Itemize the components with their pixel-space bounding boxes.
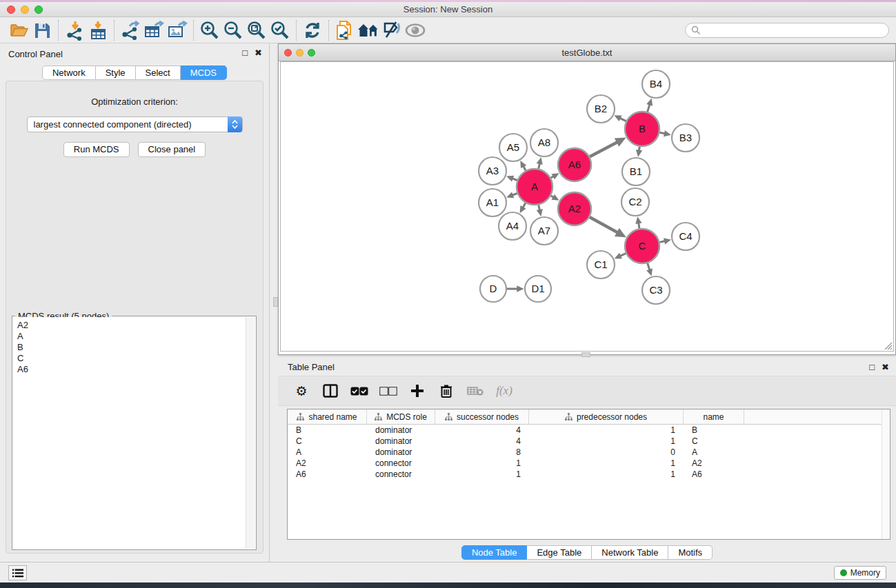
edge-B-B2[interactable]	[619, 118, 626, 121]
close-table-panel-icon[interactable]: ✖	[882, 362, 889, 372]
task-history-button[interactable]	[8, 565, 27, 580]
edge-A6-B[interactable]	[590, 142, 617, 156]
svg-text:D1: D1	[531, 283, 544, 294]
open-session-icon[interactable]	[7, 19, 30, 41]
deselect-all-icon[interactable]	[379, 381, 398, 401]
export-image-icon[interactable]	[166, 19, 189, 41]
mcds-tab-content: Optimization criterion: largest connecte…	[6, 81, 263, 554]
column-header-successor-nodes[interactable]: successor nodes	[435, 409, 529, 424]
table-row[interactable]: Adominator80A	[288, 447, 890, 458]
close-panel-icon[interactable]: ✖	[255, 48, 262, 58]
node-table[interactable]: shared nameMCDS rolesuccessor nodesprede…	[287, 409, 890, 540]
network-graph[interactable]: AA1A2A3A4A5A6A7A8BB1B2B3B4CC1C2C3C4DD1	[281, 62, 895, 352]
zoom-selected-icon[interactable]	[268, 19, 292, 41]
network-node-C2[interactable]: C2	[621, 188, 649, 216]
tab-motifs[interactable]: Motifs	[668, 545, 713, 560]
resize-grip-icon[interactable]	[883, 341, 893, 350]
result-scrollbar[interactable]	[246, 317, 255, 549]
network-node-A4[interactable]: A4	[499, 212, 526, 240]
tab-edge-table[interactable]: Edge Table	[527, 545, 592, 560]
table-row[interactable]: Cdominator41C	[288, 436, 890, 447]
run-mcds-button[interactable]: Run MCDS	[63, 142, 130, 157]
network-node-B3[interactable]: B3	[672, 124, 699, 152]
save-session-icon[interactable]	[30, 19, 54, 41]
vertical-split-handle[interactable]	[273, 297, 278, 307]
search-input[interactable]	[701, 26, 883, 35]
settings-gear-icon[interactable]: ⚙	[292, 381, 311, 401]
network-node-B2[interactable]: B2	[587, 95, 615, 123]
table-row[interactable]: Bdominator41B	[288, 425, 890, 436]
network-node-A3[interactable]: A3	[479, 157, 506, 185]
network-window-titlebar[interactable]: testGlobe.txt	[279, 44, 895, 61]
network-node-A7[interactable]: A7	[530, 217, 558, 245]
table-cell: 1	[529, 458, 684, 468]
result-item[interactable]: C	[17, 353, 246, 364]
result-item[interactable]: A	[17, 331, 246, 342]
show-details-eye-icon[interactable]	[404, 19, 427, 41]
column-header-predecessor-nodes[interactable]: predecessor nodes	[529, 409, 684, 424]
tab-style[interactable]: Style	[96, 65, 136, 80]
tab-mcds[interactable]: MCDS	[181, 65, 227, 80]
clone-network-icon[interactable]	[333, 19, 357, 41]
network-node-C1[interactable]: C1	[587, 251, 615, 278]
memory-button[interactable]: Memory	[834, 566, 886, 580]
network-node-A6[interactable]: A6	[558, 148, 591, 181]
search-field[interactable]	[685, 23, 889, 38]
table-cell: 1	[529, 469, 684, 479]
hide-labels-icon[interactable]	[380, 19, 404, 41]
hierarchy-icon	[375, 413, 382, 420]
column-header-mcds-role[interactable]: MCDS role	[367, 409, 435, 424]
close-panel-button[interactable]: Close panel	[138, 142, 206, 157]
optimization-criterion-dropdown[interactable]: largest connected component (directed)	[27, 116, 243, 132]
tab-select[interactable]: Select	[136, 65, 181, 80]
svg-text:B: B	[639, 123, 646, 134]
edge-A2-C[interactable]	[590, 217, 618, 232]
network-node-A2[interactable]: A2	[558, 192, 591, 225]
network-node-B[interactable]: B	[625, 112, 659, 146]
edge-C-C3[interactable]	[648, 263, 650, 270]
delete-column-icon[interactable]	[437, 381, 456, 401]
export-table-icon[interactable]	[142, 19, 166, 41]
table-scrollbar[interactable]	[882, 409, 890, 539]
result-item[interactable]: A2	[17, 320, 246, 331]
edge-B-B4[interactable]	[648, 104, 650, 112]
home-icon[interactable]	[357, 19, 380, 41]
show-column-icon[interactable]	[321, 381, 340, 401]
float-panel-icon[interactable]: □	[242, 48, 248, 58]
network-node-A8[interactable]: A8	[530, 129, 558, 156]
application-window: Session: New Session	[0, 0, 896, 588]
network-node-C4[interactable]: C4	[672, 223, 699, 250]
network-node-A1[interactable]: A1	[479, 189, 506, 216]
import-network-icon[interactable]	[63, 19, 86, 41]
network-node-A5[interactable]: A5	[499, 134, 527, 161]
tab-network-table[interactable]: Network Table	[592, 545, 668, 560]
export-network-icon[interactable]	[119, 19, 142, 41]
network-node-B4[interactable]: B4	[642, 70, 670, 98]
zoom-in-icon[interactable]	[198, 19, 221, 41]
network-node-C[interactable]: C	[625, 229, 659, 263]
network-canvas[interactable]: AA1A2A3A4A5A6A7A8BB1B2B3B4CC1C2C3C4DD1	[280, 61, 894, 352]
table-row[interactable]: A6connector11A6	[288, 469, 890, 480]
tab-node-table[interactable]: Node Table	[461, 545, 528, 560]
float-table-panel-icon[interactable]: □	[869, 362, 875, 372]
zoom-out-icon[interactable]	[221, 19, 245, 41]
column-header-shared-name[interactable]: shared name	[288, 409, 367, 424]
network-node-A[interactable]: A	[517, 169, 552, 205]
network-node-D1[interactable]: D1	[525, 276, 551, 302]
result-item[interactable]: A6	[17, 364, 246, 375]
refresh-icon[interactable]	[301, 19, 324, 41]
network-node-D[interactable]: D	[480, 276, 506, 302]
horizontal-split-handle[interactable]	[581, 352, 590, 357]
zoom-fit-icon[interactable]	[245, 19, 268, 41]
select-all-check-icon[interactable]	[350, 381, 369, 401]
svg-text:C: C	[639, 240, 646, 252]
import-table-icon[interactable]	[86, 19, 110, 41]
tab-network[interactable]: Network	[42, 65, 96, 80]
network-node-B1[interactable]: B1	[622, 158, 650, 185]
add-column-icon[interactable]	[408, 381, 427, 401]
network-node-C3[interactable]: C3	[642, 276, 670, 304]
result-item[interactable]: B	[17, 342, 246, 353]
table-row[interactable]: A2connector11A2	[288, 458, 890, 469]
mcds-result-list[interactable]: A2ABCA6	[13, 317, 246, 549]
column-header-name[interactable]: name	[684, 409, 744, 424]
